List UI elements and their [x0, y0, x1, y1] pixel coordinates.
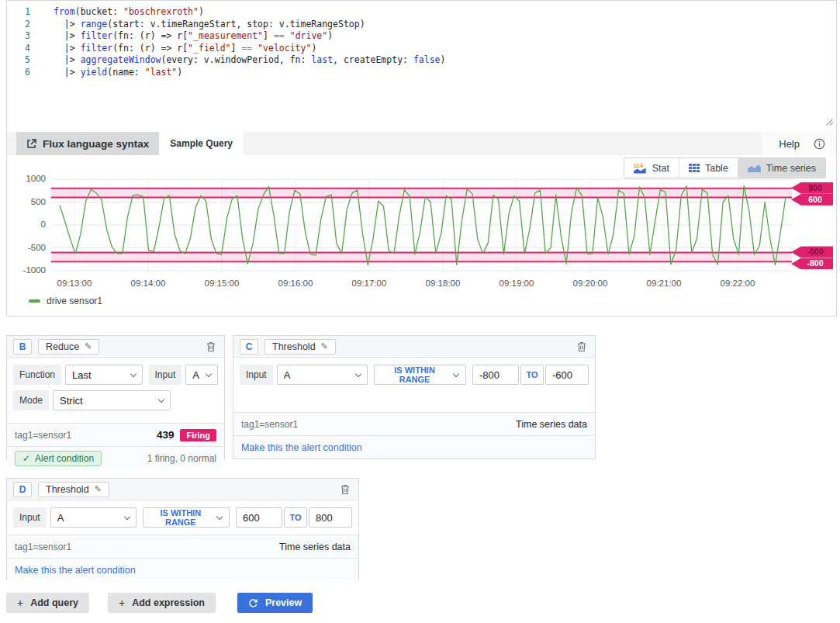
x-axis-tick-label: 09:21:00	[636, 279, 692, 288]
card-c-result-row: tag1=sensor1 Time series data	[233, 412, 595, 435]
series-tag: tag1=sensor1	[15, 430, 71, 441]
x-axis-tick-label: 09:17:00	[341, 279, 397, 288]
x-axis-tick-label: 09:14:00	[120, 279, 176, 288]
alert-condition-badge[interactable]: ✓ Alert condition	[15, 451, 102, 466]
time-series-chart[interactable]: drive sensor1 10005000-500-100009:13:000…	[7, 171, 836, 316]
line-number: 5	[7, 54, 30, 67]
card-d-letter-badge: D	[13, 482, 32, 497]
card-c-rename-button[interactable]: Threshold ✎	[264, 339, 336, 355]
edit-pencil-icon: ✎	[95, 484, 102, 494]
x-axis-tick-label: 09:13:00	[47, 279, 102, 288]
trash-icon	[576, 341, 587, 352]
code-line[interactable]: 5 |> aggregateWindow(every: v.windowPeri…	[7, 54, 836, 67]
chevron-down-icon	[206, 371, 212, 377]
line-number: 4	[7, 43, 30, 55]
input-label: Input	[149, 365, 182, 385]
chevron-down-icon	[216, 514, 223, 520]
range-from-input[interactable]	[472, 365, 519, 385]
y-axis-tick-label: -1000	[10, 265, 46, 275]
add-expression-button[interactable]: +Add expression	[108, 593, 216, 613]
code-text: |> range(start: v.timeRangeStart, stop: …	[30, 19, 365, 31]
card-b-result-row: tag1=sensor1 439 Firing	[7, 423, 224, 446]
firing-badge: Firing	[180, 429, 216, 441]
y-axis-tick-label: 1000	[10, 174, 46, 183]
flux-syntax-button[interactable]: Flux language syntax	[16, 132, 159, 155]
code-line[interactable]: 4 |> filter(fn: (r) => r["_field"] == "v…	[7, 43, 836, 55]
x-axis-tick-label: 09:15:00	[194, 279, 250, 288]
card-d-rename-button[interactable]: Threshold ✎	[38, 482, 109, 497]
help-link[interactable]: Help	[779, 138, 800, 150]
function-select[interactable]: Last	[65, 365, 143, 385]
input-select[interactable]: A	[277, 365, 368, 385]
code-line[interactable]: 6 |> yield(name: "last")	[7, 67, 836, 79]
chevron-down-icon	[453, 371, 459, 377]
sample-query-button[interactable]: Sample Query	[159, 132, 244, 155]
editor-resize-handle[interactable]	[825, 117, 835, 126]
add-query-button[interactable]: +Add query	[6, 593, 89, 613]
plus-icon: +	[119, 597, 125, 609]
series-tag: tag1=sensor1	[241, 419, 298, 430]
x-axis-tick-label: 09:16:00	[268, 279, 323, 288]
range-from-input[interactable]	[236, 507, 282, 528]
trash-icon	[340, 483, 351, 495]
card-b-body: Function Last Input A Mode Strict	[7, 358, 224, 423]
to-label: TO	[284, 507, 307, 528]
card-b-rename-button[interactable]: Reduce ✎	[38, 339, 99, 355]
external-link-icon	[26, 139, 36, 149]
preview-button[interactable]: Preview	[237, 593, 313, 613]
line-number: 3	[7, 30, 30, 43]
chart-canvas	[7, 171, 836, 289]
edit-pencil-icon: ✎	[85, 341, 92, 351]
card-b-delete-button[interactable]	[204, 339, 218, 354]
card-c-delete-button[interactable]	[575, 339, 589, 354]
line-number: 1	[7, 6, 30, 19]
y-axis-tick-label: 500	[10, 197, 46, 206]
card-d-header: D Threshold ✎	[7, 479, 358, 500]
operator-select[interactable]: IS WITHIN RANGE	[143, 507, 230, 528]
make-alert-condition-link[interactable]: Make this the alert condition	[241, 442, 362, 453]
trash-icon	[206, 341, 216, 352]
card-d-body: Input A IS WITHIN RANGE TO	[7, 500, 358, 535]
toolbar-right: Help	[762, 132, 836, 155]
card-c-body: Input A IS WITHIN RANGE TO	[233, 358, 595, 412]
editor-toolbar: Flux language syntax Sample Query Help	[7, 132, 836, 155]
firing-summary: 1 firing, 0 normal	[147, 453, 216, 464]
x-axis-tick-label: 09:18:00	[415, 279, 471, 288]
x-axis-tick-label: 09:19:00	[489, 279, 544, 288]
card-b-letter-badge: B	[13, 339, 32, 355]
to-label: TO	[520, 365, 544, 385]
input-select[interactable]: A	[185, 365, 218, 385]
card-c-letter-badge: C	[240, 339, 258, 355]
card-d-delete-button[interactable]	[338, 482, 352, 497]
expression-card-reduce: B Reduce ✎ Function Last Input A Mode St…	[6, 335, 225, 459]
x-axis-tick-label: 09:20:00	[562, 279, 618, 288]
input-select[interactable]: A	[50, 507, 137, 528]
code-line[interactable]: 1from(bucket: "boschrexroth")	[7, 6, 836, 19]
refresh-icon	[248, 598, 258, 608]
operator-select[interactable]: IS WITHIN RANGE	[374, 365, 466, 385]
line-number: 6	[7, 67, 30, 79]
edit-pencil-icon: ✎	[321, 341, 328, 351]
code-text: |> yield(name: "last")	[30, 67, 182, 79]
chart-legend[interactable]: drive sensor1	[29, 296, 102, 306]
mode-label: Mode	[13, 390, 49, 410]
x-axis-tick-label: 09:22:00	[710, 279, 766, 288]
make-alert-condition-link[interactable]: Make this the alert condition	[15, 565, 136, 576]
range-to-input[interactable]	[545, 365, 589, 385]
mode-select[interactable]: Strict	[53, 390, 171, 410]
code-lines: 1from(bucket: "boschrexroth")2 |> range(…	[7, 1, 836, 79]
legend-series-label: drive sensor1	[47, 296, 102, 306]
code-text: |> filter(fn: (r) => r["_measurement"] =…	[30, 30, 333, 43]
series-tag: tag1=sensor1	[15, 542, 71, 552]
flux-code-editor[interactable]: 1from(bucket: "boschrexroth")2 |> range(…	[7, 1, 836, 132]
query-panel: 1from(bucket: "boschrexroth")2 |> range(…	[6, 0, 837, 317]
code-line[interactable]: 2 |> range(start: v.timeRangeStart, stop…	[7, 19, 836, 31]
result-type: Time series data	[516, 419, 587, 430]
card-b-header: B Reduce ✎	[7, 336, 224, 358]
info-icon[interactable]	[814, 138, 825, 150]
expression-card-threshold-d: D Threshold ✎ Input A IS WITHIN RANGE TO…	[6, 478, 359, 580]
chevron-down-icon	[130, 371, 136, 377]
code-line[interactable]: 3 |> filter(fn: (r) => r["_measurement"]…	[7, 30, 836, 43]
range-to-input[interactable]	[309, 507, 352, 528]
card-d-result-row: tag1=sensor1 Time series data	[7, 535, 358, 558]
